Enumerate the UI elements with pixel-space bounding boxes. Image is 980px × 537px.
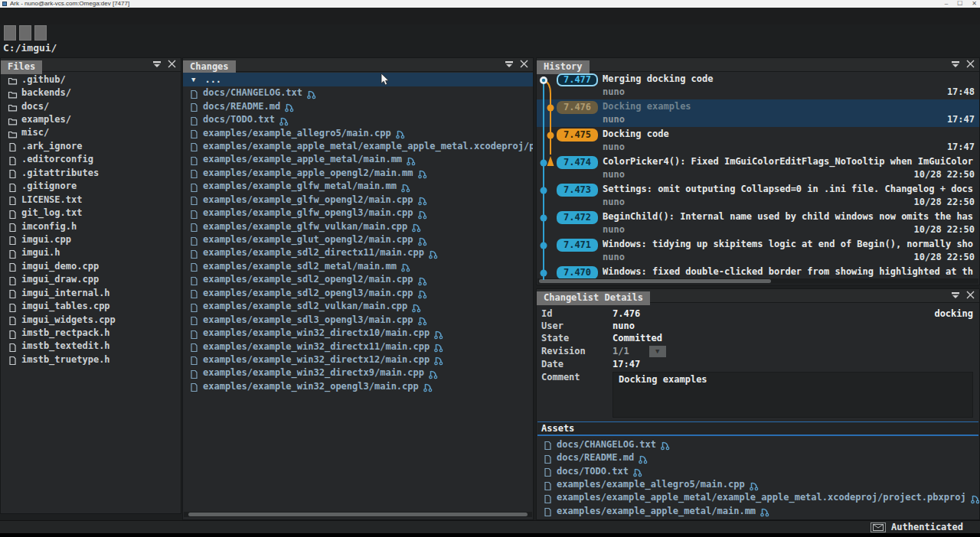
asset-row[interactable]: docs/TODO.txt [537,464,979,477]
branch-icon [279,115,289,125]
file-row[interactable]: imstb_textedit.h [1,340,181,353]
changed-file-row[interactable]: examples/example_glut_opengl2/main.cpp [183,233,533,246]
file-name: imstb_rectpack.h [21,327,110,338]
file-row[interactable]: backends/ [1,86,181,99]
commit-author: nuno [603,251,625,264]
close-icon[interactable] [519,59,530,70]
file-row[interactable]: imgui_internal.h [1,286,181,299]
file-row[interactable]: .github/ [1,73,181,86]
minimize-icon[interactable]: – [945,0,948,8]
file-row[interactable]: imgui.cpp [1,233,181,246]
toolbar-button[interactable] [4,25,16,41]
changed-file-row[interactable]: examples/example_allegro5/main.cpp [183,126,533,139]
changed-file-row[interactable]: examples/example_glfw_opengl3/main.cpp [183,206,533,219]
changed-file-row[interactable]: examples/example_sdl2_metal/main.mm [183,259,533,272]
file-row[interactable]: imgui_tables.cpp [1,299,181,312]
changes-horizontal-scrollbar[interactable] [184,512,532,517]
file-name: imgui.cpp [21,234,71,245]
changed-file-row[interactable]: examples/example_win32_directx9/main.cpp [183,366,533,379]
changed-file-row[interactable]: examples/example_sdl2_directx11/main.cpp [183,246,533,259]
changed-file-row[interactable]: examples/example_win32_opengl3/main.cpp [183,379,533,392]
file-row[interactable]: imstb_rectpack.h [1,326,181,339]
file-row[interactable]: docs/ [1,99,181,112]
scrollbar-thumb[interactable] [539,279,771,283]
comment-box[interactable]: Docking examples [612,372,973,418]
file-row[interactable]: git_log.txt [1,206,181,219]
file-row[interactable]: imgui_demo.cpp [1,259,181,272]
filter-icon[interactable] [950,290,961,301]
history-row[interactable]: 7.471 Windows: tidying up skipitems logi… [537,237,979,265]
history-row[interactable]: 7.473 Settings: omit outputing Collapsed… [537,182,979,210]
changelist-badge: 7.473 [557,184,598,197]
auth-status: Authenticated [891,522,963,532]
toolbar-button[interactable] [34,25,47,41]
file-row[interactable]: imgui_draw.cpp [1,273,181,286]
file-icon [189,341,199,351]
toolbar-button[interactable] [19,25,31,41]
asset-row[interactable]: examples/example_apple_metal/example_app… [537,491,979,504]
branch-icon [400,181,411,191]
close-icon[interactable]: ✕ [972,0,977,8]
history-row[interactable]: 7.477 Merging docking code nuno 17:48 [537,72,979,99]
changed-file-row[interactable]: examples/example_apple_opengl2/main.mm [183,166,533,179]
history-row[interactable]: 7.472 BeginChild(): Internal name used b… [537,210,979,237]
changed-file-row[interactable]: examples/example_apple_metal/example_app… [183,139,533,152]
maximize-icon[interactable]: ☐ [957,0,962,8]
changed-file-row[interactable]: docs/TODO.txt [183,112,533,125]
filter-icon[interactable] [950,59,961,70]
asset-row[interactable]: examples/example_allegro5/main.cpp [537,477,979,490]
branch-icon [428,368,439,378]
asset-row[interactable]: examples/example_apple_metal/main.mm [537,504,979,517]
history-row[interactable]: 7.470 Windows: fixed double-clicked bord… [537,265,979,278]
file-row[interactable]: imstb_truetype.h [1,353,181,366]
details-panel-header: Changelist Details [537,289,979,303]
history-row[interactable]: 7.474 ColorPicker4(): Fixed ImGuiColorEd… [537,155,979,182]
history-horizontal-scrollbar[interactable] [537,278,978,284]
history-row[interactable]: 7.476 Docking examples nuno 17:47 [537,99,979,127]
revision-dropdown[interactable]: ▼ [649,346,666,357]
filter-icon[interactable] [504,59,514,70]
file-row[interactable]: .editorconfig [1,153,181,166]
file-row[interactable]: misc/ [1,126,181,139]
changed-file-row[interactable]: examples/example_win32_directx12/main.cp… [183,353,533,366]
branch-icon [970,493,979,503]
changed-file-row[interactable]: examples/example_apple_metal/main.mm [183,153,533,166]
file-row[interactable]: examples/ [1,112,181,125]
changed-file-row[interactable]: docs/CHANGELOG.txt [183,86,533,99]
close-icon[interactable] [965,290,976,301]
file-row[interactable]: imconfig.h [1,220,181,233]
window-controls: – ☐ ✕ [945,0,977,8]
changed-file-row[interactable]: examples/example_sdl3_opengl3/main.cpp [183,313,533,326]
history-row[interactable]: 7.475 Docking code nuno 17:47 [537,127,979,155]
file-row[interactable]: .ark_ignore [1,139,181,152]
folder-icon [8,101,18,111]
close-icon[interactable] [167,59,178,70]
changes-expander-row[interactable]: ▼ ... [183,73,533,86]
changes-list: ▼ ... docs/CHANGELOG.txt [183,73,533,510]
changed-file-row[interactable]: examples/example_sdl2_opengl3/main.cpp [183,286,533,299]
filter-icon[interactable] [152,59,162,70]
changed-file-row[interactable]: examples/example_sdl2_opengl2/main.cpp [183,273,533,286]
file-row[interactable]: .gitignore [1,180,181,193]
close-icon[interactable] [965,59,976,70]
asset-row[interactable]: examples/example_apple_opengl2/main.mm [537,518,979,519]
branch-icon [284,101,295,111]
changed-file-row[interactable]: docs/README.md [183,99,533,112]
asset-row[interactable]: docs/CHANGELOG.txt [537,438,979,451]
changed-file-row[interactable]: examples/example_sdl2_vulkan/main.cpp [183,300,533,313]
file-row[interactable]: LICENSE.txt [1,193,181,206]
changed-file-row[interactable]: examples/example_win32_directx10/main.cp… [183,326,533,339]
changed-file-row[interactable]: examples/example_glfw_metal/main.mm [183,180,533,193]
scrollbar-thumb[interactable] [188,513,528,516]
file-row[interactable]: imgui_widgets.cpp [1,313,181,326]
changed-file-row[interactable]: examples/example_glfw_vulkan/main.cpp [183,220,533,233]
file-row[interactable]: imgui.h [1,246,181,259]
asset-row[interactable]: docs/README.md [537,451,979,464]
changed-file-row[interactable]: examples/example_glfw_opengl2/main.cpp [183,193,533,206]
titlebar: Ark - nuno@ark-vcs.com:Omega:dev [7477] … [0,0,980,8]
changed-file-row[interactable]: examples/example_win32_directx11/main.cp… [183,340,533,353]
file-row[interactable]: .gitattributes [1,166,181,179]
mail-icon[interactable] [871,522,886,532]
chevron-down-icon[interactable]: ▼ [191,76,195,83]
tab-changelist-details[interactable]: Changelist Details [537,291,650,305]
